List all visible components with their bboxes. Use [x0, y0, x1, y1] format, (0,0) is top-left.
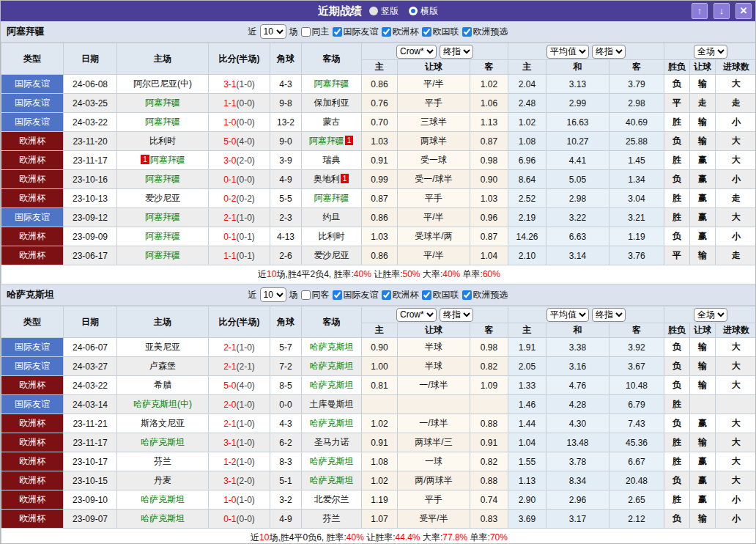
avg-draw-odds-cell: 4.28 [546, 395, 609, 414]
summary-segment: 70% [490, 532, 508, 543]
league-filter-checkbox-label[interactable]: 欧洲杯 [382, 289, 419, 301]
avg-away-odds-cell: 3.04 [609, 189, 664, 208]
move-down-button[interactable]: ↓ [714, 3, 730, 19]
league-filter-checkbox[interactable] [382, 290, 391, 300]
home-team-name: 阿塞拜疆 [145, 250, 180, 260]
avg-away-odds-cell: 2.12 [609, 510, 664, 529]
goals-over-under-cell: 大 [716, 132, 756, 151]
league-filter-checkbox[interactable] [333, 27, 342, 37]
odds-source-select[interactable]: 平均值 [546, 308, 589, 322]
home-team-name: 亚美尼亚 [145, 342, 180, 352]
same-venue-checkbox-label[interactable]: 同主 [301, 26, 330, 38]
score-cell: 2-1(1-0) [209, 414, 270, 433]
close-button[interactable]: ✕ [735, 3, 752, 19]
league-cell: 欧洲杯 [1, 246, 64, 265]
column-header: 角球 [270, 306, 302, 338]
date-cell: 23-09-12 [64, 208, 117, 227]
odds-source-select[interactable]: 终指 [592, 45, 626, 59]
league-cell: 欧洲杯 [1, 490, 64, 510]
league-cell: 欧洲杯 [1, 452, 64, 471]
avg-draw-odds-cell: 5.05 [546, 170, 609, 189]
away-team-cell: 比利时 [302, 227, 362, 246]
league-filter-checkbox[interactable] [422, 27, 431, 37]
close-icon: ✕ [740, 5, 748, 16]
filter-prefix-label: 近 [248, 26, 257, 38]
away-team-cell: 圣马力诺 [302, 433, 362, 452]
match-count-select[interactable]: 10 [260, 24, 286, 39]
crow-home-odds-cell: 1.02 [362, 471, 398, 490]
move-up-button[interactable]: ↑ [692, 3, 708, 19]
radio-unselected-icon [369, 7, 378, 15]
odds-source-select[interactable]: 平均值 [546, 45, 589, 59]
league-filter-checkbox-label[interactable]: 欧洲预选 [462, 289, 508, 301]
odds-source-select[interactable]: Crow* [396, 45, 437, 59]
odds-source-select[interactable]: 全场 [694, 45, 727, 59]
column-subheader: 让球 [398, 60, 470, 75]
odds-source-select[interactable]: 全场 [694, 308, 727, 322]
goals-over-under-cell: 大 [716, 433, 756, 452]
away-team-name: 芬兰 [323, 513, 341, 523]
away-team-cell: 哈萨克斯坦 [302, 414, 362, 433]
full-time-score: 2-1 [223, 213, 236, 223]
odds-source-select[interactable]: Crow* [396, 308, 437, 322]
crow-home-odds-cell: 1.00 [362, 357, 398, 376]
home-team-cell: 哈萨克斯坦 [117, 510, 209, 529]
league-filter-checkbox[interactable] [333, 290, 342, 300]
league-filter-checkbox-label[interactable]: 国际友谊 [333, 26, 379, 38]
summary-segment: 大率: [420, 532, 443, 543]
odds-source-select[interactable]: 终指 [440, 308, 473, 322]
avg-away-odds-cell: 6.79 [609, 395, 664, 414]
date-cell: 23-06-17 [64, 246, 117, 265]
match-count-select[interactable]: 10 [260, 287, 286, 302]
half-time-score: (1-0) [237, 342, 255, 353]
league-filter-checkbox-label[interactable]: 国际友谊 [333, 289, 379, 301]
league-filter-checkbox[interactable] [462, 290, 472, 300]
avg-away-odds-cell: 1.34 [609, 170, 664, 189]
handicap-result-cell: 输 [690, 246, 716, 265]
half-time-score: (4-0) [237, 381, 255, 391]
league-filter-checkbox-label[interactable]: 欧洲预选 [462, 26, 508, 38]
red-card-badge: 1 [141, 155, 149, 164]
summary-segment: 单率: [460, 269, 483, 279]
corners-cell: 2-6 [270, 246, 302, 265]
radio-vertical-layout[interactable]: 竖版 [369, 5, 399, 18]
same-venue-checkbox[interactable] [301, 290, 311, 300]
league-filter-checkbox-label[interactable]: 欧国联 [422, 289, 459, 301]
goals-over-under-cell: 大 [716, 151, 756, 170]
column-subheader: 和 [546, 323, 609, 338]
goals-over-under-cell: 大 [716, 75, 756, 94]
full-time-score: 1-0 [223, 495, 236, 505]
handicap-result-cell: 输 [690, 433, 716, 452]
league-cell: 欧洲杯 [1, 132, 64, 151]
score-cell: 2-1(1-0) [209, 338, 270, 357]
win-draw-loss-cell: 负 [664, 75, 690, 94]
match-row: 国际友谊23-09-12阿塞拜疆2-1(1-0)2-3约旦0.86平/半0.96… [1, 208, 756, 227]
league-filter-checkbox[interactable] [382, 27, 391, 37]
league-filter-checkbox-label[interactable]: 欧国联 [422, 26, 459, 38]
handicap-result-cell: 输 [690, 113, 716, 132]
corners-cell: 4-3 [270, 414, 302, 433]
home-team-cell: 爱沙尼亚 [117, 189, 209, 208]
goals-over-under-cell: 走 [716, 94, 756, 113]
league-filter-checkbox[interactable] [422, 290, 431, 300]
league-filter-checkbox[interactable] [462, 27, 472, 37]
column-subheader: 主 [508, 60, 546, 75]
crow-home-odds-cell: 1.03 [362, 132, 398, 151]
goals-over-under-cell: 大 [716, 357, 756, 376]
away-team-cell: 哈萨克斯坦 [302, 357, 362, 376]
same-venue-checkbox-label[interactable]: 同客 [301, 289, 330, 301]
odds-source-select[interactable]: 终指 [440, 45, 473, 59]
home-team-name: 哈萨克斯坦(中) [133, 399, 192, 409]
radio-horizontal-layout[interactable]: 横版 [409, 5, 438, 18]
section-header: 哈萨克斯坦近10场同客国际友谊欧洲杯欧国联欧洲预选 [1, 284, 755, 306]
league-filter-checkbox-label[interactable]: 欧洲杯 [382, 26, 419, 38]
goals-over-under-cell: 小 [716, 490, 756, 510]
up-arrow-icon: ↑ [697, 5, 703, 16]
league-cell: 欧洲杯 [1, 189, 64, 208]
date-cell: 23-10-13 [64, 189, 117, 208]
avg-away-odds-cell: 3.67 [609, 357, 664, 376]
full-time-score: 2-1 [223, 419, 236, 429]
same-venue-checkbox[interactable] [301, 27, 311, 37]
odds-source-select[interactable]: 终指 [592, 308, 626, 322]
crow-handicap-cell: 两/两球半 [398, 471, 470, 490]
